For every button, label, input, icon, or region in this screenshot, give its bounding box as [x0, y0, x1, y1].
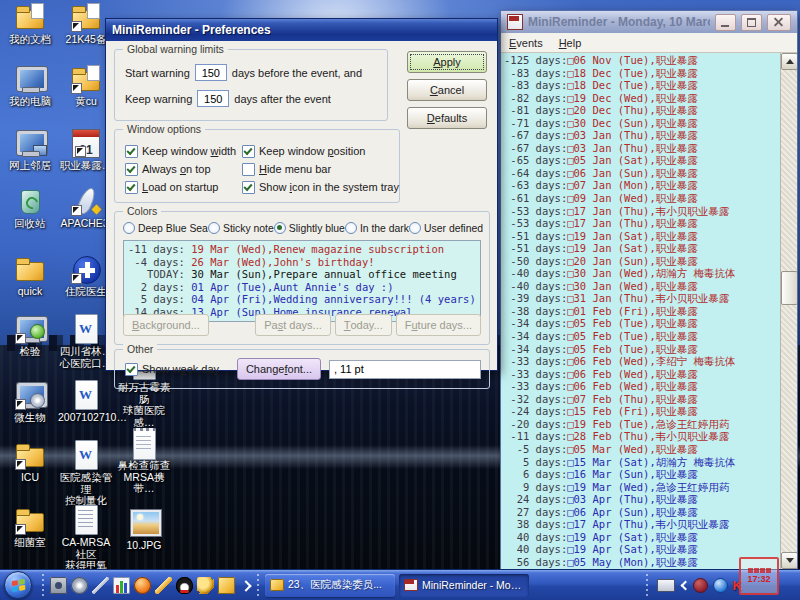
defaults-button[interactable]: Defaults [407, 107, 487, 129]
desktop-icon[interactable]: 网上邻居 [2, 128, 58, 172]
reminder-entry[interactable]: -61 days:□09 Jan (Wed),职业暴露 [504, 192, 780, 205]
desktop-icon[interactable]: 回收站 [2, 186, 58, 230]
change-font-button[interactable]: Change font... [237, 358, 321, 380]
desktop-icon[interactable]: W2007102710… [58, 380, 114, 424]
reminder-entry[interactable]: -40 days:□30 Jan (Wed),职业暴露 [504, 280, 780, 293]
reminder-entry[interactable]: -53 days:□17 Jan (Thu),韦小贝职业暴露 [504, 205, 780, 218]
desktop[interactable]: 我的文档我的电脑网上邻居回收站quick检验微生物ICU细菌室21K45备黄cu… [0, 0, 800, 600]
reminder-entry[interactable]: 9 days:□19 Mar (Wed),急诊王红婷用药 [504, 481, 780, 494]
reminder-entry[interactable]: -33 days:□06 Feb (Wed),职业暴露 [504, 380, 780, 393]
taskbar-button[interactable]: MiniReminder - Mon... [399, 574, 529, 597]
color-scheme-radio[interactable]: In the dark [345, 222, 409, 234]
reminder-entry[interactable]: -33 days:□06 Feb (Wed),职业暴露 [504, 368, 780, 381]
reminder-entry[interactable]: -40 days:□30 Jan (Wed),胡瀚方 梅毒抗体 [504, 267, 780, 280]
reminder-entry[interactable]: -53 days:□17 Jan (Thu),职业暴露 [504, 217, 780, 230]
reminder-entry[interactable]: -125 days:□06 Nov (Tue),职业暴露 [504, 54, 780, 67]
minimize-button[interactable] [715, 14, 736, 31]
reminder-entry[interactable]: -82 days:□19 Dec (Wed),职业暴露 [504, 92, 780, 105]
desktop-icon[interactable]: 我的文档 [2, 2, 58, 46]
color-scheme-radio[interactable]: Sticky note [208, 222, 274, 234]
reminder-entry[interactable]: 5 days:□15 Mar (Sat),胡瀚方 梅毒抗体 [504, 456, 780, 469]
reminder-entry[interactable]: -64 days:□06 Jan (Sun),职业暴露 [504, 167, 780, 180]
scroll-up-button[interactable] [781, 53, 797, 70]
desktop-icon[interactable]: 微生物 [2, 380, 58, 424]
color-scheme-radio[interactable]: Slightly blue [274, 222, 345, 234]
preferences-titlebar[interactable]: MiniReminder - Preferences [106, 19, 497, 41]
key-icon[interactable] [197, 577, 214, 594]
reminder-entry[interactable]: -67 days:□03 Jan (Thu),职业暴露 [504, 129, 780, 142]
reminder-entry[interactable]: -71 days:□30 Dec (Sun),职业暴露 [504, 117, 780, 130]
option-checkbox[interactable]: Keep window width [125, 142, 242, 160]
reminder-entry[interactable]: -24 days:□15 Feb (Fri),职业暴露 [504, 405, 780, 418]
chart-icon[interactable] [113, 577, 130, 594]
reminder-entry[interactable]: 40 days:□19 Apr (Sat),职业暴露 [504, 531, 780, 544]
reminder-entry[interactable]: -50 days:□20 Jan (Sun),职业暴露 [504, 255, 780, 268]
font-description-field[interactable] [329, 360, 481, 379]
option-checkbox[interactable]: Keep window position [242, 142, 399, 160]
option-checkbox[interactable]: Hide menu bar [242, 160, 399, 178]
reminder-entry[interactable]: -81 days:□20 Dec (Thu),职业暴露 [504, 104, 780, 117]
color-scheme-radio[interactable]: Deep Blue Sea [123, 222, 208, 234]
reminder-entry[interactable]: 24 days:□03 Apr (Thu),职业暴露 [504, 493, 780, 506]
blue-dot-icon[interactable] [713, 578, 728, 593]
desktop-icon[interactable]: 检验 [2, 314, 58, 358]
option-checkbox[interactable]: Always on top [125, 160, 242, 178]
reminder-entry[interactable]: -38 days:□01 Feb (Fri),职业暴露 [504, 305, 780, 318]
red-dot-icon[interactable] [693, 578, 708, 593]
firefox-icon[interactable] [134, 577, 151, 594]
desktop-icon[interactable]: 鼻检查筛查MRSA携带… [116, 428, 172, 495]
qq-icon[interactable] [176, 577, 193, 594]
reminder-entry[interactable]: -83 days:□18 Dec (Tue),职业暴露 [504, 67, 780, 80]
color-scheme-radio[interactable]: User defined [409, 222, 483, 234]
scroll-down-button[interactable] [781, 552, 797, 569]
reminder-entry[interactable]: 40 days:□19 Apr (Sat),职业暴露 [504, 543, 780, 556]
reminder-entry[interactable]: -65 days:□05 Jan (Sat),职业暴露 [504, 154, 780, 167]
desktop-icon[interactable]: 细菌室 [2, 505, 58, 549]
minireminder-titlebar[interactable]: MiniReminder - Monday, 10 March [501, 11, 797, 33]
show-week-day-checkbox[interactable]: Show week day [125, 360, 229, 378]
scrollbar-thumb[interactable] [781, 271, 797, 305]
reminder-entry[interactable]: -51 days:□19 Jan (Sat),职业暴露 [504, 230, 780, 243]
menu-help[interactable]: Help [551, 35, 590, 51]
close-button[interactable] [767, 14, 791, 31]
folder-icon[interactable] [218, 577, 235, 594]
reminder-entry[interactable]: -32 days:□07 Feb (Thu),职业暴露 [504, 393, 780, 406]
desktop-icon[interactable]: quick [2, 254, 58, 298]
desktop-icon[interactable]: 我的电脑 [2, 64, 58, 108]
camera-icon[interactable] [50, 577, 67, 594]
reminder-entry[interactable]: -34 days:□05 Feb (Tue),职业暴露 [504, 330, 780, 343]
brush-icon[interactable] [155, 577, 172, 594]
desktop-icon[interactable]: ICU [2, 440, 58, 484]
reminder-entry[interactable]: -67 days:□03 Jan (Thu),职业暴露 [504, 142, 780, 155]
start-button[interactable] [4, 571, 32, 599]
future-days-button[interactable]: Future days... [396, 314, 481, 336]
taskbar-button[interactable]: 23、医院感染委员... [265, 574, 395, 597]
reminder-entry[interactable]: -51 days:□19 Jan (Sat),职业暴露 [504, 242, 780, 255]
reminder-entry[interactable]: -39 days:□31 Jan (Thu),韦小贝职业暴露 [504, 292, 780, 305]
apply-button[interactable]: Apply [407, 51, 487, 73]
option-checkbox[interactable]: Load on startup [125, 178, 242, 196]
reminder-entry[interactable]: -83 days:□18 Dec (Tue),职业暴露 [504, 79, 780, 92]
start-warning-input[interactable] [195, 64, 227, 81]
chevron-left-icon[interactable] [680, 581, 688, 589]
background-button[interactable]: Background... [123, 314, 209, 336]
keep-warning-input[interactable] [197, 90, 229, 107]
quick-launch-expand-icon[interactable] [240, 577, 250, 594]
cancel-button[interactable]: Cancel [407, 79, 487, 101]
reminder-list[interactable]: -125 days:□06 Nov (Tue),职业暴露 -83 days:□1… [504, 54, 780, 569]
maximize-button[interactable] [741, 14, 762, 31]
past-days-button[interactable]: Past days... [255, 314, 331, 336]
keyboard-icon[interactable] [657, 579, 675, 592]
reminder-entry[interactable]: 38 days:□17 Apr (Thu),韦小贝职业暴露 [504, 518, 780, 531]
vertical-scrollbar[interactable] [780, 53, 797, 569]
reminder-entry[interactable]: -63 days:□07 Jan (Mon),职业暴露 [504, 179, 780, 192]
pen-icon[interactable] [92, 577, 109, 594]
menu-events[interactable]: Events [501, 35, 551, 51]
media-player-icon[interactable] [71, 577, 88, 594]
reminder-entry[interactable]: -33 days:□06 Feb (Wed),李绍宁 梅毒抗体 [504, 355, 780, 368]
option-checkbox[interactable]: Show icon in the system tray [242, 178, 399, 196]
reminder-entry[interactable]: -20 days:□19 Feb (Tue),急诊王红婷用药 [504, 418, 780, 431]
today-button[interactable]: Today... [335, 314, 392, 336]
reminder-entry[interactable]: -34 days:□05 Feb (Tue),职业暴露 [504, 317, 780, 330]
desktop-icon[interactable]: 10.JPG [116, 508, 172, 552]
